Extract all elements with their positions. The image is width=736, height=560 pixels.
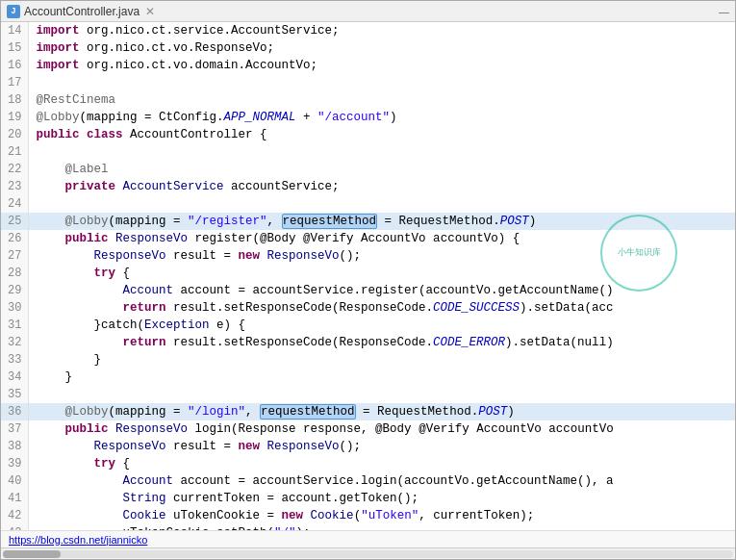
line-content: public ResponseVo login(Response respons… [28,420,735,438]
table-row: 19 @Lobby(mapping = CtConfig.APP_NORMAL … [1,109,735,126]
line-number: 28 [1,265,28,282]
table-row: 26 public ResponseVo register(@Body @Ver… [1,230,735,247]
line-number: 15 [1,39,28,57]
table-row: 34 } [1,369,735,386]
line-number: 19 [1,109,28,126]
table-row: 24 [1,195,735,213]
table-row: 36 @Lobby(mapping = "/login", requestMet… [1,403,735,420]
line-number: 33 [1,351,28,369]
scrollbar-thumb[interactable] [3,550,61,558]
url-bar: https://blog.csdn.net/jiannicko [1,530,735,547]
line-content: try { [28,265,735,282]
line-number: 36 [1,403,28,420]
line-number: 43 [1,524,28,530]
table-row: 17 [1,74,735,91]
line-number: 35 [1,386,28,403]
line-content: }catch(Exception e) { [28,317,735,334]
line-number: 32 [1,334,28,351]
line-content: String currentToken = account.getToken()… [28,490,735,507]
horizontal-scrollbar[interactable] [1,547,735,559]
line-content: ResponseVo result = new ResponseVo(); [28,247,735,265]
line-content: } [28,351,735,369]
line-content: return result.setResponseCode(ResponseCo… [28,334,735,351]
line-content: @Lobby(mapping = "/register", requestMet… [28,213,735,230]
table-row: 25 @Lobby(mapping = "/register", request… [1,213,735,230]
line-number: 29 [1,282,28,299]
line-content: import org.nico.ct.vo.domain.AccountVo; [28,57,735,74]
table-row: 29 Account account = accountService.regi… [1,282,735,299]
line-number: 16 [1,57,28,74]
line-content: public ResponseVo register(@Body @Verify… [28,230,735,247]
line-number: 21 [1,143,28,161]
table-row: 22 @Label [1,161,735,178]
line-number: 40 [1,472,28,490]
line-content: Account account = accountService.login(a… [28,472,735,490]
minimize-icon[interactable]: — [719,6,729,17]
line-number: 42 [1,507,28,524]
line-number: 24 [1,195,28,213]
line-content: import org.nico.ct.service.AccountServic… [28,22,735,39]
table-row: 42 Cookie uTokenCookie = new Cookie("uTo… [1,507,735,524]
line-content: @Lobby(mapping = CtConfig.APP_NORMAL + "… [28,109,735,126]
table-row: 30 return result.setResponseCode(Respons… [1,299,735,317]
table-row: 16 import org.nico.ct.vo.domain.AccountV… [1,57,735,74]
title-bar-left: J AccountController.java ✕ [7,5,155,18]
line-content: try { [28,455,735,472]
line-number: 23 [1,178,28,195]
close-icon[interactable]: ✕ [145,5,155,18]
table-row: 14 import org.nico.ct.service.AccountSer… [1,22,735,39]
line-number: 20 [1,126,28,143]
title-bar: J AccountController.java ✕ — [1,1,735,22]
table-row: 21 [1,143,735,161]
line-number: 41 [1,490,28,507]
table-row: 15 import org.nico.ct.vo.ResponseVo; [1,39,735,57]
editor-window: J AccountController.java ✕ — 14 import o… [0,0,736,560]
line-content: return result.setResponseCode(ResponseCo… [28,299,735,317]
table-row: 38 ResponseVo result = new ResponseVo(); [1,438,735,455]
line-number: 22 [1,161,28,178]
table-row: 33 } [1,351,735,369]
code-table: 14 import org.nico.ct.service.AccountSer… [1,22,735,530]
line-content: @RestCinema [28,91,735,109]
line-content [28,386,735,403]
line-content [28,195,735,213]
line-number: 14 [1,22,28,39]
line-content: public class AccountController { [28,126,735,143]
line-content: import org.nico.ct.vo.ResponseVo; [28,39,735,57]
line-number: 25 [1,213,28,230]
table-row: 37 public ResponseVo login(Response resp… [1,420,735,438]
line-content: } [28,369,735,386]
line-number: 39 [1,455,28,472]
line-number: 17 [1,74,28,91]
line-content: @Lobby(mapping = "/login", requestMethod… [28,403,735,420]
table-row: 41 String currentToken = account.getToke… [1,490,735,507]
line-number: 27 [1,247,28,265]
line-number: 38 [1,438,28,455]
line-number: 26 [1,230,28,247]
table-row: 40 Account account = accountService.logi… [1,472,735,490]
line-content: @Label [28,161,735,178]
line-number: 37 [1,420,28,438]
scrollbar-track [3,550,733,558]
table-row: 28 try { [1,265,735,282]
table-row: 27 ResponseVo result = new ResponseVo(); [1,247,735,265]
line-content: Account account = accountService.registe… [28,282,735,299]
editor-area: 14 import org.nico.ct.service.AccountSer… [1,22,735,559]
line-number: 34 [1,369,28,386]
table-row: 35 [1,386,735,403]
line-content [28,74,735,91]
table-row: 20 public class AccountController { [1,126,735,143]
url-link[interactable]: https://blog.csdn.net/jiannicko [9,534,147,546]
table-row: 18 @RestCinema [1,91,735,109]
line-content [28,143,735,161]
line-content: private AccountService accountService; [28,178,735,195]
table-row: 31 }catch(Exception e) { [1,317,735,334]
table-row: 32 return result.setResponseCode(Respons… [1,334,735,351]
line-content: Cookie uTokenCookie = new Cookie("uToken… [28,507,735,524]
code-container[interactable]: 14 import org.nico.ct.service.AccountSer… [1,22,735,530]
line-number: 31 [1,317,28,334]
table-row: 43 uTokenCookie.setPath("/"); [1,524,735,530]
tab-title[interactable]: AccountController.java [24,5,140,18]
line-number: 30 [1,299,28,317]
line-number: 18 [1,91,28,109]
